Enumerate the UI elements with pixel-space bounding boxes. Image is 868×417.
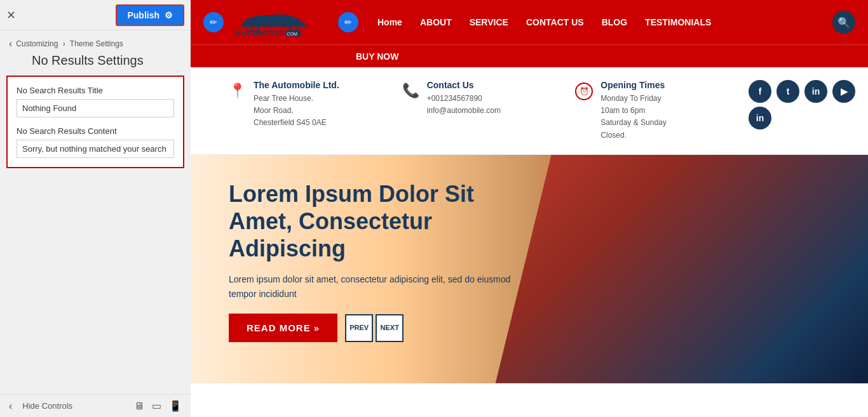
contact-info: 📞 Contact Us +001234567890 info@automobi… xyxy=(402,80,557,117)
hide-controls[interactable]: Hide Controls xyxy=(22,401,72,411)
panel-footer: ‹ Hide Controls 🖥 ▭ 📱 xyxy=(0,394,191,417)
contact-title: Contact Us xyxy=(427,80,501,90)
nav-home[interactable]: Home xyxy=(369,17,411,27)
sub-nav: BUY NOW xyxy=(191,44,868,67)
panel-topbar: ✕ Publish ⚙ xyxy=(0,0,191,30)
nav-about[interactable]: ABOUT xyxy=(411,17,461,27)
gear-icon: ⚙ xyxy=(165,10,173,20)
settings-form: No Search Results Title No Search Result… xyxy=(6,76,184,168)
contact-content: Contact Us +001234567890 info@automobilе… xyxy=(427,80,501,117)
car-image-overlay xyxy=(496,155,868,383)
close-button[interactable]: ✕ xyxy=(6,8,16,22)
hours-content: Opening Times Monday To Friday 10am to 6… xyxy=(600,80,666,142)
linkedin-button[interactable]: in xyxy=(749,107,771,129)
hero-text: Lorem Ipsum Dolor Sit Amet, Consectetur … xyxy=(191,155,529,355)
nav-buy-now[interactable]: BUY NOW xyxy=(343,51,411,62)
publish-label: Publish xyxy=(127,10,159,20)
logo-area: AUTOMOTIVE .COM xyxy=(230,6,319,38)
svg-text:AUTOMOTIVE: AUTOMOTIVE xyxy=(236,29,284,37)
main-nav: Home ABOUT SERVICE CONTACT US BLOG TESTI… xyxy=(369,17,832,27)
website-preview: ✏ AUTOMOTIVE .COM ✏ Home ABOUT SERVICE C… xyxy=(191,0,868,417)
clock-icon: ⏰ xyxy=(575,83,593,100)
breadcrumb-text: Customizing › Theme Settings xyxy=(16,39,123,48)
content-field-label: No Search Results Content xyxy=(17,126,174,136)
address-content: The Automobile Ltd. Pear Tree House. Moo… xyxy=(254,80,339,129)
logo-svg: AUTOMOTIVE .COM xyxy=(230,6,319,38)
contact-details: +001234567890 info@automobilе.com xyxy=(427,93,501,117)
customizer-panel: ✕ Publish ⚙ ‹ Customizing › Theme Settin… xyxy=(0,0,191,417)
facebook-button[interactable]: f xyxy=(749,80,771,103)
title-field-label: No Search Results Title xyxy=(17,86,174,95)
title-input[interactable] xyxy=(17,99,174,117)
hero-section: Lorem Ipsum Dolor Sit Amet, Consectetur … xyxy=(191,155,868,383)
social-row-2: in xyxy=(749,107,855,129)
company-address: Pear Tree House. Moor Road, Chesterfield… xyxy=(254,93,339,129)
content-input[interactable] xyxy=(17,140,174,158)
panel-title: No Results Settings xyxy=(0,52,191,76)
nav-service[interactable]: SERVICE xyxy=(461,17,517,27)
nav-edit-icon-2[interactable]: ✏ xyxy=(338,12,358,32)
hero-buttons: READ MORE » PREV NEXT xyxy=(229,314,517,342)
slider-navigation: PREV NEXT xyxy=(345,314,403,342)
hide-controls-label: Hide Controls xyxy=(22,401,72,411)
back-button[interactable]: ‹ xyxy=(9,38,12,50)
instagram-button[interactable]: in xyxy=(804,80,827,103)
location-icon: 📍 xyxy=(229,83,246,99)
phone-icon: 📞 xyxy=(402,83,419,99)
footer-icons: 🖥 ▭ 📱 xyxy=(134,400,182,412)
nav-contact-us[interactable]: CONTACT US xyxy=(517,17,593,27)
social-icons: f t in ▶ in xyxy=(749,80,855,129)
nav-blog[interactable]: BLOG xyxy=(593,17,636,27)
svg-text:.COM: .COM xyxy=(286,32,297,36)
breadcrumb-section: Theme Settings xyxy=(70,39,123,48)
breadcrumb-separator: › xyxy=(63,39,65,48)
next-button[interactable]: NEXT xyxy=(376,314,403,342)
read-more-button[interactable]: READ MORE » xyxy=(229,314,337,342)
breadcrumb-customizing: Customizing xyxy=(16,39,58,48)
breadcrumb: ‹ Customizing › Theme Settings xyxy=(0,30,191,52)
company-name: The Automobile Ltd. xyxy=(254,80,339,90)
mobile-view-button[interactable]: 📱 xyxy=(169,400,182,412)
hours-title: Opening Times xyxy=(600,80,666,90)
youtube-button[interactable]: ▶ xyxy=(832,80,855,103)
tablet-view-button[interactable]: ▭ xyxy=(152,400,161,412)
hours-info: ⏰ Opening Times Monday To Friday 10am to… xyxy=(575,80,729,142)
nav-edit-icon[interactable]: ✏ xyxy=(203,12,224,32)
desktop-view-button[interactable]: 🖥 xyxy=(134,400,144,412)
prev-button[interactable]: PREV xyxy=(345,314,373,342)
twitter-button[interactable]: t xyxy=(776,80,799,103)
address-info: 📍 The Automobile Ltd. Pear Tree House. M… xyxy=(229,80,383,129)
hero-description: Lorem ipsum dolor sit amet, consectetur … xyxy=(229,272,517,301)
nav-testimonials[interactable]: TESTIMONIALS xyxy=(636,17,720,27)
footer-back-button[interactable]: ‹ xyxy=(9,400,12,412)
hours-details: Monday To Friday 10am to 6pm Saturday & … xyxy=(600,93,666,142)
site-nav: ✏ AUTOMOTIVE .COM ✏ Home ABOUT SERVICE C… xyxy=(191,0,868,44)
info-bar: 📍 The Automobile Ltd. Pear Tree House. M… xyxy=(191,67,868,155)
hero-title: Lorem Ipsum Dolor Sit Amet, Consectetur … xyxy=(229,180,517,263)
search-button[interactable]: 🔍 xyxy=(832,11,855,34)
social-row-1: f t in ▶ xyxy=(749,80,855,103)
publish-button[interactable]: Publish ⚙ xyxy=(116,4,184,26)
site-header: ✏ AUTOMOTIVE .COM ✏ Home ABOUT SERVICE C… xyxy=(191,0,868,67)
